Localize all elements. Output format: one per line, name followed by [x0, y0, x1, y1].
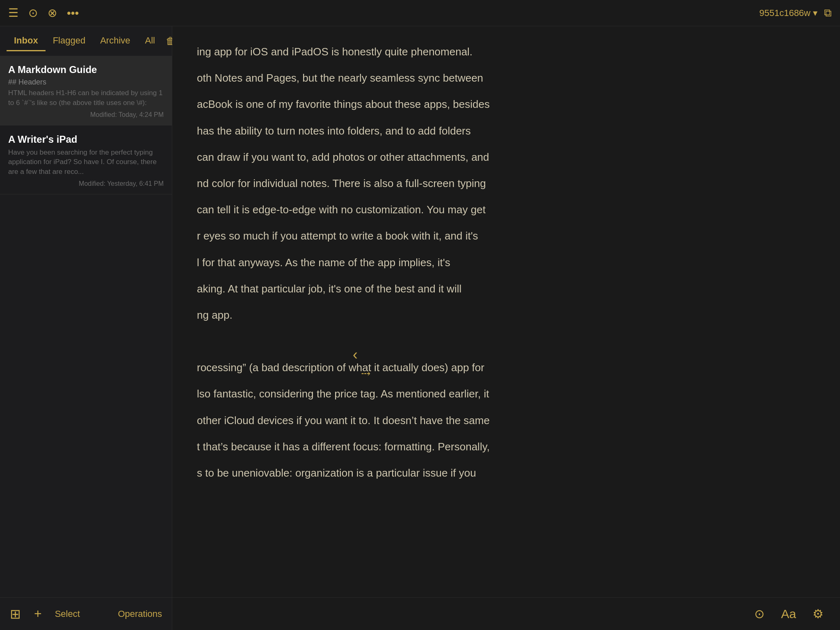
- grid-icon[interactable]: ⊞: [10, 606, 21, 622]
- body-line-9: l for that anyways. As the name of the a…: [197, 253, 815, 272]
- header-bar: ☰ ⊙ ⊗ ••• 9551c1686w ▾ ⧉: [0, 0, 840, 26]
- body-line-4: has the ability to turn notes into folde…: [197, 122, 815, 140]
- note-date-1: Modified: Today, 4:24 PM: [8, 111, 164, 119]
- note-subtitle-1: ## Headers: [8, 78, 164, 87]
- bottom-toolbar: ⊞ + Select Operations: [0, 597, 172, 630]
- note-list: A Markdown Guide ## Headers HTML headers…: [0, 56, 172, 597]
- body-line-8: r eyes so much if you attempt to write a…: [197, 227, 815, 245]
- note-preview-1: HTML headers H1-H6 can be indicated by u…: [8, 88, 164, 108]
- note-item-ipad[interactable]: A Writer's iPad Have you been searching …: [0, 126, 172, 194]
- body-line-12: rocessing” (a bad description of what it…: [197, 358, 815, 377]
- menu-icon[interactable]: ☰: [8, 6, 18, 20]
- settings-icon[interactable]: ⚙: [813, 607, 824, 621]
- body-line-6: nd color for individual notes. There is …: [197, 174, 815, 192]
- tab-flagged[interactable]: Flagged: [46, 31, 93, 51]
- editor-search-icon[interactable]: ⊙: [754, 607, 765, 621]
- right-panel[interactable]: ing app for iOS and iPadOS is honestly q…: [172, 26, 840, 630]
- note-body: ing app for iOS and iPadOS is honestly q…: [197, 43, 815, 482]
- sync-label[interactable]: 9551c1686w ▾: [759, 8, 817, 18]
- body-line-11: ng app.: [197, 306, 815, 324]
- note-title-1: A Markdown Guide: [8, 64, 164, 75]
- tab-inbox[interactable]: Inbox: [7, 31, 46, 51]
- body-line-15: t that’s because it has a different focu…: [197, 438, 815, 456]
- body-line-7: can tell it is edge-to-edge with no cust…: [197, 201, 815, 219]
- body-line-1: ing app for iOS and iPadOS is honestly q…: [197, 43, 815, 61]
- header-left: ☰ ⊙ ⊗ •••: [8, 6, 79, 20]
- body-line-5: can draw if you want to, add photos or o…: [197, 148, 815, 166]
- chevron-left-icon[interactable]: ‹: [353, 346, 358, 363]
- body-line-13: lso fantastic, considering the price tag…: [197, 385, 815, 403]
- left-panel: Inbox Flagged Archive All 🗑 A Markdown G…: [0, 26, 172, 630]
- chevron-down-icon: ▾: [813, 8, 817, 18]
- note-preview-2: Have you been searching for the perfect …: [8, 148, 164, 177]
- note-date-2: Modified: Yesterday, 6:41 PM: [8, 180, 164, 187]
- window-icon[interactable]: ⧉: [824, 7, 832, 19]
- close-icon[interactable]: ⊗: [48, 6, 57, 20]
- header-right: 9551c1686w ▾ ⧉: [759, 7, 832, 19]
- body-spacer: [197, 332, 815, 350]
- body-line-16: s to be uneniovable: organization is a p…: [197, 464, 815, 482]
- body-line-14: other iCloud devices if you want it to. …: [197, 411, 815, 429]
- body-line-10: aking. At that particular job, it's one …: [197, 280, 815, 298]
- text-cursor-icon: ⤏: [361, 367, 370, 380]
- body-line-2: oth Notes and Pages, but the nearly seam…: [197, 69, 815, 87]
- body-line-3: acBook is one of my favorite things abou…: [197, 95, 815, 113]
- tab-bar: Inbox Flagged Archive All 🗑: [0, 26, 172, 56]
- note-item-markdown[interactable]: A Markdown Guide ## Headers HTML headers…: [0, 56, 172, 126]
- sync-id: 9551c1686w: [759, 8, 810, 18]
- note-title-2: A Writer's iPad: [8, 134, 164, 145]
- font-icon[interactable]: Aa: [781, 607, 796, 621]
- operations-button[interactable]: Operations: [118, 609, 162, 619]
- tab-all[interactable]: All: [138, 31, 162, 51]
- right-bottom-toolbar: ⊙ Aa ⚙: [172, 597, 840, 630]
- tab-archive[interactable]: Archive: [93, 31, 137, 51]
- select-button[interactable]: Select: [55, 609, 80, 619]
- search-icon[interactable]: ⊙: [28, 6, 38, 20]
- more-icon[interactable]: •••: [67, 7, 79, 20]
- add-button[interactable]: +: [34, 606, 42, 621]
- main-content: Inbox Flagged Archive All 🗑 A Markdown G…: [0, 26, 840, 630]
